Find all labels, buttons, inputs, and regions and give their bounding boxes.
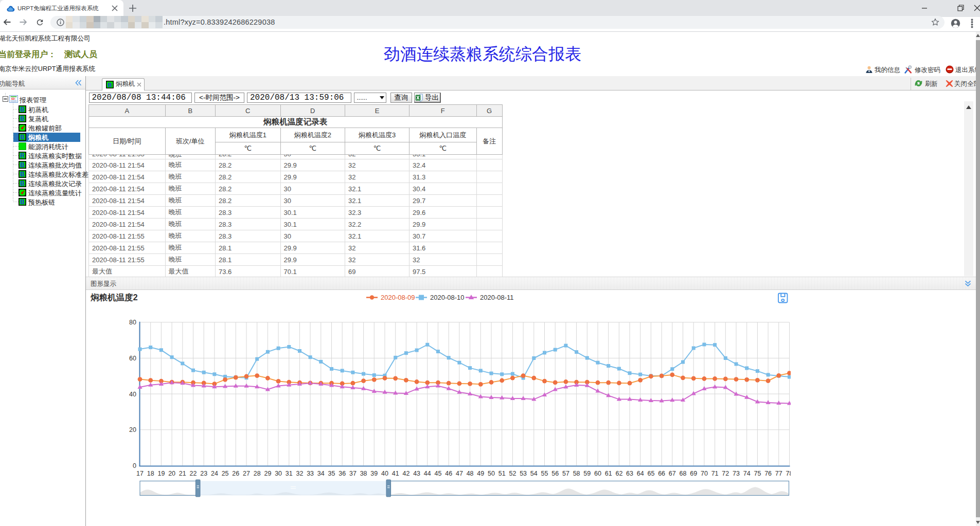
- svg-text:72: 72: [722, 470, 729, 477]
- svg-text:0: 0: [133, 462, 136, 469]
- svg-text:49: 49: [477, 470, 484, 477]
- svg-text:58: 58: [573, 470, 580, 477]
- svg-text:41: 41: [392, 470, 399, 477]
- svg-text:50: 50: [488, 470, 495, 477]
- svg-text:40: 40: [129, 391, 136, 398]
- svg-text:36: 36: [338, 470, 346, 477]
- svg-text:69: 69: [690, 470, 697, 477]
- svg-text:77: 77: [775, 470, 782, 477]
- svg-text:B: B: [20, 198, 25, 206]
- svg-text:B: B: [20, 180, 25, 187]
- svg-text:43: 43: [413, 470, 420, 477]
- svg-text:78: 78: [786, 470, 791, 477]
- svg-text:27: 27: [243, 470, 250, 477]
- svg-text:75: 75: [754, 470, 761, 477]
- svg-text:48: 48: [467, 470, 474, 477]
- svg-text:66: 66: [658, 470, 665, 477]
- svg-text:39: 39: [370, 470, 378, 477]
- svg-text:34: 34: [317, 470, 325, 477]
- svg-text:55: 55: [541, 470, 548, 477]
- svg-text:53: 53: [520, 470, 527, 477]
- svg-text:52: 52: [509, 470, 516, 477]
- svg-text:2020-08-11: 2020-08-11: [480, 294, 514, 301]
- svg-text:47: 47: [456, 470, 463, 477]
- svg-text:74: 74: [743, 470, 751, 477]
- svg-text:46: 46: [445, 470, 452, 477]
- svg-text:21: 21: [179, 470, 186, 477]
- svg-text:20: 20: [129, 426, 136, 433]
- svg-text:23: 23: [200, 470, 207, 477]
- svg-text:30: 30: [275, 470, 282, 477]
- svg-text:20: 20: [168, 470, 175, 477]
- svg-text:51: 51: [498, 470, 506, 477]
- svg-text:31: 31: [286, 470, 293, 477]
- svg-text:17: 17: [136, 470, 144, 477]
- svg-text:76: 76: [764, 470, 772, 477]
- svg-text:63: 63: [626, 470, 633, 477]
- svg-text:26: 26: [232, 470, 239, 477]
- svg-text:33: 33: [307, 470, 314, 477]
- svg-text:54: 54: [530, 470, 538, 477]
- svg-text:焖粮机温度2: 焖粮机温度2: [90, 293, 138, 302]
- svg-text:37: 37: [349, 470, 357, 477]
- svg-text:B: B: [20, 134, 25, 141]
- svg-text:R: R: [20, 152, 25, 159]
- svg-text:60: 60: [129, 355, 136, 362]
- svg-text:62: 62: [615, 470, 622, 477]
- svg-text:18: 18: [147, 470, 154, 477]
- svg-text:19: 19: [157, 470, 165, 477]
- svg-text:57: 57: [562, 470, 569, 477]
- svg-text:32: 32: [296, 470, 304, 477]
- svg-text:38: 38: [360, 470, 367, 477]
- svg-text:45: 45: [435, 470, 442, 477]
- svg-text:B: B: [108, 82, 112, 88]
- svg-text:61: 61: [605, 470, 612, 477]
- svg-text:68: 68: [680, 470, 687, 477]
- svg-text:73: 73: [733, 470, 740, 477]
- svg-text:71: 71: [711, 470, 719, 477]
- svg-text:44: 44: [424, 470, 431, 477]
- svg-text:2020-08-09: 2020-08-09: [381, 294, 415, 301]
- svg-text:59: 59: [583, 470, 591, 477]
- svg-text:80: 80: [129, 319, 136, 326]
- svg-text:24: 24: [211, 470, 218, 477]
- svg-text:40: 40: [381, 470, 388, 477]
- svg-text:42: 42: [402, 470, 409, 477]
- svg-text:B: B: [20, 106, 25, 113]
- svg-text:22: 22: [190, 470, 197, 477]
- svg-text:64: 64: [637, 470, 644, 477]
- svg-text:B: B: [20, 115, 25, 122]
- svg-text:B: B: [20, 161, 25, 169]
- svg-text:29: 29: [264, 470, 271, 477]
- svg-text:70: 70: [701, 470, 708, 477]
- svg-text:2020-08-10: 2020-08-10: [430, 294, 465, 301]
- svg-text:56: 56: [551, 470, 559, 477]
- svg-text:67: 67: [669, 470, 676, 477]
- svg-text:60: 60: [594, 470, 601, 477]
- svg-text:25: 25: [222, 470, 229, 477]
- svg-text:35: 35: [328, 470, 335, 477]
- svg-text:B: B: [20, 171, 25, 178]
- svg-text:28: 28: [254, 470, 261, 477]
- svg-text:65: 65: [647, 470, 654, 477]
